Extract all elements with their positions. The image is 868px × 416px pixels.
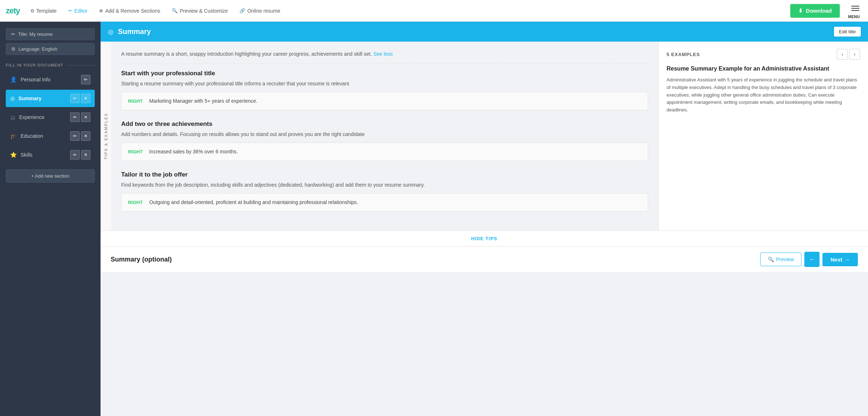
examples-count: 5 EXAMPLES	[667, 52, 700, 57]
hide-tips-button[interactable]: HIDE TIPS	[101, 230, 868, 246]
sidebar-item-education[interactable]: 🎓 Education ✏ ✕	[6, 127, 95, 145]
menu-button[interactable]: MENU	[846, 3, 862, 19]
summary-optional-label: Summary (optional)	[111, 256, 172, 263]
examples-panel: 5 EXAMPLES ‹ › Resume Summary Example fo…	[658, 42, 868, 230]
see-less-link[interactable]: See less	[373, 51, 393, 57]
delete-skills-button[interactable]: ✕	[81, 150, 90, 160]
example-box-3: RIGHT Outgoing and detail-oriented, prof…	[121, 193, 648, 212]
globe-icon: ⚙	[11, 46, 16, 52]
edit-icon: ✏	[11, 31, 15, 37]
examples-navigation: ‹ ›	[837, 49, 860, 60]
intro-text: A resume summary is a short, snappy intr…	[121, 50, 648, 58]
sidebar-item-personal-info[interactable]: 👤 Personal Info ✏	[6, 71, 95, 88]
delete-experience-button[interactable]: ✕	[81, 113, 90, 122]
edit-skills-button[interactable]: ✏	[70, 150, 80, 160]
section-header: ◎ Summary Edit title	[101, 22, 868, 42]
tips-examples-area: TIPS & EXAMPLES A resume summary is a sh…	[101, 42, 868, 230]
edit-experience-button[interactable]: ✏	[70, 113, 80, 122]
sidebar: ✏ Title: My resume ⚙ Language: English F…	[0, 22, 101, 416]
example-title: Resume Summary Example for an Administra…	[667, 65, 860, 72]
nav-preview-customize-label: Preview & Customize	[180, 8, 228, 14]
sidebar-item-summary[interactable]: ◎ Summary ✏ ✕	[6, 90, 95, 107]
tip-1: Start with your professional title Start…	[121, 70, 648, 110]
nav-template-label: Template	[36, 8, 57, 14]
back-arrow-button[interactable]: ←	[804, 252, 820, 267]
edit-title-button[interactable]: Edit title	[834, 27, 861, 37]
example-body: Administrative Assistant with 5 years of…	[667, 76, 860, 114]
nav-template[interactable]: ⧉ Template	[26, 5, 62, 17]
nav-editor-label: Editor	[75, 8, 88, 14]
preview-icon: 🔍	[768, 256, 774, 262]
example-box-1: RIGHT Marketing Manager with 5+ years of…	[121, 92, 648, 110]
sidebar-item-experience[interactable]: 🗂 Experience ✏ ✕	[6, 109, 95, 126]
section-target-icon: ◎	[108, 28, 114, 36]
title-button[interactable]: ✏ Title: My resume	[6, 28, 95, 40]
language-button[interactable]: ⚙ Language: English	[6, 43, 95, 55]
template-icon: ⧉	[31, 8, 34, 14]
experience-icon: 🗂	[10, 114, 16, 120]
add-section-button[interactable]: + Add new section	[6, 169, 95, 183]
person-icon: 👤	[10, 76, 17, 83]
add-remove-icon: ⊕	[99, 8, 103, 13]
skills-icon: ⭐	[10, 152, 17, 158]
bottom-actions: 🔍 Preview ← Next →	[760, 252, 858, 267]
edit-personal-info-button[interactable]: ✏	[81, 75, 90, 84]
tip-3: Tailor it to the job offer Find keywords…	[121, 171, 648, 212]
next-arrow-icon: →	[844, 256, 850, 263]
section-title: Summary	[118, 27, 830, 36]
nav-online-resume[interactable]: 🔗 Online resume	[234, 5, 285, 17]
delete-summary-button[interactable]: ✕	[81, 94, 90, 103]
summary-icon: ◎	[10, 95, 15, 102]
nav-online-resume-label: Online resume	[247, 8, 280, 14]
nav-preview-customize[interactable]: 🔍 Preview & Customize	[167, 5, 233, 17]
bottom-bar: Summary (optional) 🔍 Preview ← Next →	[101, 246, 868, 272]
examples-prev-button[interactable]: ‹	[837, 49, 848, 60]
download-icon: ⬇	[798, 8, 803, 14]
education-icon: 🎓	[10, 133, 17, 139]
edit-education-button[interactable]: ✏	[70, 131, 80, 141]
tips-label: TIPS & EXAMPLES	[101, 42, 111, 230]
delete-education-button[interactable]: ✕	[81, 131, 90, 141]
tips-content: A resume summary is a short, snappy intr…	[111, 42, 658, 230]
tip-2: Add two or three achievements Add number…	[121, 120, 648, 161]
online-resume-icon: 🔗	[239, 8, 245, 13]
examples-header: 5 EXAMPLES ‹ ›	[667, 49, 860, 60]
top-navigation: zety ⧉ Template ✏ Editor ⊕ Add & Remove …	[0, 0, 868, 22]
download-button[interactable]: ⬇ Download	[790, 4, 840, 18]
tips-area: TIPS & EXAMPLES A resume summary is a sh…	[101, 42, 658, 230]
brand-logo: zety	[6, 6, 20, 16]
editor-icon: ✏	[68, 8, 72, 13]
edit-summary-button[interactable]: ✏	[70, 94, 80, 103]
nav-add-remove[interactable]: ⊕ Add & Remove Sections	[94, 5, 165, 17]
nav-add-remove-label: Add & Remove Sections	[105, 8, 160, 14]
fill-label: FILL IN YOUR DOCUMENT	[6, 63, 95, 67]
sidebar-item-skills[interactable]: ⭐ Skills ✏ ✕	[6, 146, 95, 164]
nav-editor[interactable]: ✏ Editor	[63, 5, 93, 17]
preview-button[interactable]: 🔍 Preview	[760, 252, 802, 266]
examples-next-button[interactable]: ›	[849, 49, 860, 60]
main-content: ◎ Summary Edit title TIPS & EXAMPLES A r…	[101, 22, 868, 416]
example-box-2: RIGHT Increased sales by 36% over 6 mont…	[121, 143, 648, 161]
next-button[interactable]: Next →	[822, 253, 858, 266]
preview-customize-icon: 🔍	[172, 8, 178, 13]
